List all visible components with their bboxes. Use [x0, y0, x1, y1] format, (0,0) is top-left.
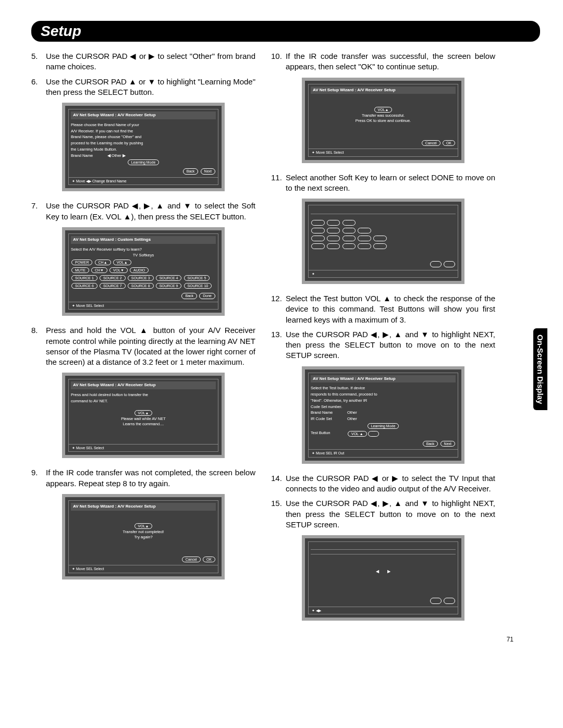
- step-text: Use the CURSOR PAD ◀, ▶, ▲ and ▼ to high…: [286, 498, 495, 530]
- softkey: SOURCE 7: [100, 283, 126, 289]
- right-column: 10. If the IR code transfer was successf…: [271, 51, 495, 630]
- brand-name-label: Brand Name: [71, 153, 107, 158]
- blank-button: [430, 261, 442, 267]
- blank-softkey: [311, 220, 325, 226]
- screen-hint: ✦ Move SEL Select: [69, 444, 218, 451]
- softkey: SOURCE 2: [100, 275, 126, 281]
- arrow-selector: ◀ ▶: [311, 569, 456, 574]
- blank-softkey: [342, 243, 356, 249]
- step-15: 15. Use the CURSOR PAD ◀, ▶, ▲ and ▼ to …: [271, 498, 495, 530]
- screen-hint: ✦ Move SEL Select: [69, 565, 218, 572]
- step-text: Use the CURSOR PAD ▲ or ▼ to highlight "…: [46, 77, 255, 98]
- screen-text: Please choose the Brand Name of your: [71, 122, 216, 128]
- tv-screen-input-select: ◀ ▶ ✦ ◀▶: [302, 535, 464, 621]
- step-number: 15.: [271, 498, 286, 530]
- screen-text: responds to this command, proceed to: [311, 392, 456, 397]
- tv-screen-softkeys: AV Net Setup Wizard : Custom Settings Se…: [62, 227, 225, 316]
- test-vol-button: VOL ▲: [348, 431, 367, 437]
- softkey: SOURCE 1: [71, 275, 97, 281]
- next-button: Next: [201, 168, 215, 174]
- screen-hint: ✦ Move SEL Select: [69, 302, 218, 309]
- screen-hint: ✦ Move SEL Select: [309, 149, 458, 156]
- step-text: If the IR code transfer was not complete…: [46, 467, 255, 489]
- softkey: SOURCE 3: [128, 275, 154, 281]
- step-number: 12.: [271, 293, 286, 325]
- blank-softkey: [327, 220, 340, 226]
- section-tab: On-Screen Display: [533, 328, 547, 410]
- softkey: SOURCE 5: [184, 275, 210, 281]
- step-9: 9. If the IR code transfer was not compl…: [31, 467, 255, 489]
- step-number: 10.: [271, 51, 286, 72]
- done-button: Done: [199, 293, 215, 299]
- tv-screen-softkeys-blank: ✦: [302, 199, 464, 284]
- blank-softkey: [327, 243, 340, 249]
- blank-softkey: [358, 236, 371, 241]
- blank-softkey: [311, 228, 325, 233]
- screen-text: Press and hold desired button to transfe…: [71, 392, 216, 398]
- screen-text: "Next". Otherwise, try another IR: [311, 398, 456, 403]
- softkey: SOURCE 8: [128, 283, 154, 289]
- vol-up-button: VOL▲: [134, 410, 153, 416]
- screen-hint: ✦ Move SEL IR Out: [309, 449, 458, 456]
- blank-softkey: [358, 243, 371, 249]
- screen-title: AV Net Setup Wizard : A/V Receiver Setup: [71, 381, 216, 389]
- step-number: 8.: [31, 325, 46, 367]
- softkey: VOL▼: [109, 267, 128, 273]
- screen-text: Try again?: [71, 535, 216, 540]
- screen-text: Brand Name, please choose "Other" and: [71, 134, 216, 140]
- screen-text: A/V Receiver. If you can not find the: [71, 129, 216, 134]
- left-column: 5. Use the CURSOR PAD ◀ or ▶ to select "…: [31, 51, 255, 630]
- blank-softkey: [327, 228, 340, 233]
- tv-screen-brandname: AV Net Setup Wizard : A/V Receiver Setup…: [62, 103, 225, 191]
- screen-text: the Learning Mode Button.: [71, 147, 216, 152]
- learning-mode-button: Learning Mode: [368, 423, 399, 429]
- brand-name-value: ◀ Other ▶: [107, 153, 126, 158]
- softkey: CH▼: [91, 267, 107, 273]
- screen-hint: ✦: [309, 270, 458, 277]
- step-number: 14.: [271, 473, 286, 495]
- step-text: Select another Soft Key to learn or sele…: [286, 172, 495, 194]
- step-text: Use the CURSOR PAD ◀, ▶, ▲ and ▼ to high…: [286, 329, 495, 361]
- blank-softkey: [311, 236, 325, 241]
- screen-hint: ✦ ◀▶: [309, 607, 458, 614]
- step-number: 11.: [271, 172, 286, 194]
- blank-softkey: [342, 228, 356, 233]
- step-14: 14. Use the CURSOR PAD ◀ or ▶ to select …: [271, 473, 495, 495]
- screen-hint: ✦ Move ◀▶ Change Brand Name: [69, 177, 218, 184]
- step-8: 8. Press and hold the VOL ▲ button of yo…: [31, 325, 255, 367]
- tv-softkeys-label: TV Softkeys: [71, 253, 216, 258]
- back-button: Back: [423, 441, 438, 447]
- page-title: Setup: [31, 21, 540, 42]
- step-text: Use the CURSOR PAD ◀ or ▶ to select "Oth…: [46, 51, 255, 72]
- blank-button: [430, 598, 442, 603]
- screen-title: AV Net Setup Wizard : A/V Receiver Setup: [71, 503, 216, 511]
- vol-up-button: VOL▲: [134, 523, 153, 529]
- screen-title: AV Net Setup Wizard : A/V Receiver Setup: [71, 112, 216, 119]
- page-number: 71: [507, 636, 513, 643]
- screen-text: Select the Test button. If device: [311, 386, 456, 391]
- cancel-button: Cancel: [182, 557, 201, 562]
- step-number: 6.: [31, 77, 46, 98]
- screen-text: Press OK to store and continue.: [311, 118, 456, 124]
- step-number: 9.: [31, 467, 46, 489]
- screen-text: Please wait while AV NET: [71, 416, 216, 422]
- blank-softkey: [327, 236, 340, 241]
- blank-softkey: [342, 236, 356, 241]
- blank-button: [444, 598, 455, 603]
- step-13: 13. Use the CURSOR PAD ◀, ▶, ▲ and ▼ to …: [271, 329, 495, 361]
- step-10: 10. If the IR code transfer was successf…: [271, 51, 495, 72]
- step-11: 11. Select another Soft Key to learn or …: [271, 172, 495, 194]
- blank-softkey: [311, 243, 325, 249]
- cancel-button: Cancel: [422, 140, 440, 146]
- screen-text: Transfer was successful.: [311, 113, 456, 118]
- step-12: 12. Select the Test button VOL ▲ to chec…: [271, 293, 495, 325]
- screen-text: Select the A/V Receiver softkey to learn…: [71, 247, 216, 252]
- softkey: CH▲: [95, 260, 111, 265]
- screen-title: AV Net Setup Wizard : A/V Receiver Setup: [311, 375, 456, 383]
- ok-button: OK: [203, 557, 215, 562]
- screen-text: command to AV NET.: [71, 399, 216, 404]
- softkey: AUDIO: [130, 267, 149, 273]
- blank-softkey: [358, 228, 371, 233]
- step-text: If the IR code transfer was successful, …: [286, 51, 495, 72]
- softkey: SOURCE 4: [156, 275, 182, 281]
